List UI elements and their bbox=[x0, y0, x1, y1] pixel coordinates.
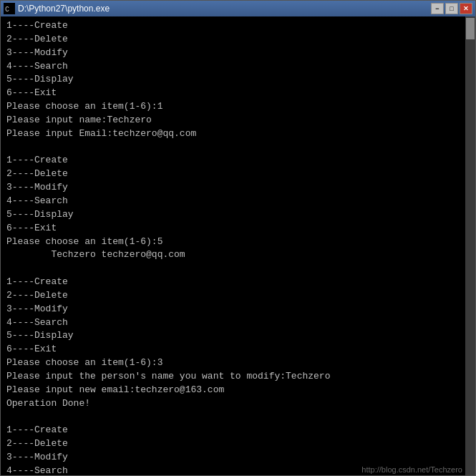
console-area: 1----Create 2----Delete 3----Modify 4---… bbox=[1, 16, 475, 475]
watermark: http://blog.csdn.net/Techzero bbox=[361, 465, 462, 474]
title-bar: C D:\Python27\python.exe − □ ✕ bbox=[1, 1, 475, 16]
svg-text:C: C bbox=[5, 6, 9, 14]
maximize-button[interactable]: □ bbox=[445, 3, 458, 14]
cmd-icon: C bbox=[4, 3, 15, 14]
scrollbar-thumb[interactable] bbox=[466, 18, 475, 39]
title-bar-left: C D:\Python27\python.exe bbox=[4, 3, 110, 14]
console-output: 1----Create 2----Delete 3----Modify 4---… bbox=[6, 19, 470, 475]
scrollbar[interactable] bbox=[465, 16, 475, 475]
window: C D:\Python27\python.exe − □ ✕ 1----Crea… bbox=[0, 0, 476, 476]
minimize-button[interactable]: − bbox=[431, 3, 444, 14]
window-title: D:\Python27\python.exe bbox=[18, 4, 110, 14]
close-button[interactable]: ✕ bbox=[460, 3, 472, 14]
title-bar-buttons: − □ ✕ bbox=[431, 3, 472, 14]
